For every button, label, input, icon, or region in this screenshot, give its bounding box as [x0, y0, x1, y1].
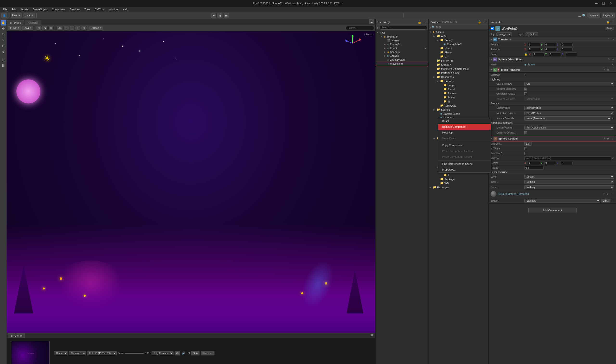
h-item-all[interactable]: ▼ ≡ All — [376, 31, 428, 35]
scene-view-toggle[interactable]: ⊡ — [81, 26, 86, 31]
rotation-y-input[interactable] — [544, 48, 556, 51]
inspector-menu-icon[interactable]: ☰ — [612, 20, 614, 24]
inspector-lock-icon[interactable]: 🔒 — [606, 20, 610, 24]
p-item-prefabs[interactable]: ▶ 📁 Prefabs — [429, 79, 488, 83]
scale-y-input[interactable] — [549, 52, 561, 56]
layer-override-select-1[interactable]: Default — [524, 175, 614, 179]
maximize-btn[interactable]: □ — [601, 1, 606, 6]
spherecollider-settings-btn[interactable]: ⚙ — [606, 137, 610, 140]
p-item-wb[interactable]: ▶ 📁 WB — [429, 181, 488, 185]
project-settings-btn[interactable]: ⚙ — [439, 26, 441, 29]
step-button[interactable]: ⏭ — [223, 13, 229, 18]
scene-menu-btn[interactable]: ☰ — [369, 19, 374, 24]
gizmos-game-btn[interactable]: Gizmos ▼ — [201, 351, 215, 356]
p-item-enemy01ac[interactable]: ▶ ◉ Enemy01AC — [429, 42, 488, 46]
tool-scale[interactable]: ⤡ — [1, 38, 6, 43]
rotation-x-input[interactable] — [528, 48, 540, 51]
position-y-input[interactable] — [544, 43, 556, 46]
anchor-override-select[interactable]: None (Transform) — [524, 117, 611, 120]
menu-assets[interactable]: Assets — [19, 7, 30, 11]
edit-collider-btn[interactable]: Edit — [524, 142, 532, 145]
local-btn[interactable]: Local ▼ — [23, 13, 35, 18]
include-layers-select[interactable]: Nothing — [524, 180, 614, 184]
p-item-players[interactable]: ▶ 📁 Players — [429, 91, 488, 95]
position-z-input[interactable] — [561, 43, 573, 46]
sc-material-field[interactable]: None (Physics Material) — [524, 156, 611, 160]
stats-btn[interactable]: Stats — [191, 351, 200, 356]
radius-input[interactable] — [524, 166, 544, 169]
tool-rect[interactable]: ⊡ — [1, 43, 6, 49]
material-settings-btn[interactable]: ⚙ — [606, 193, 610, 195]
p-item-enemy[interactable]: ▶ 📁 Enemy — [429, 38, 488, 42]
tool-transform[interactable]: ⊕ — [1, 49, 6, 54]
ctx-reset[interactable]: Reset — [488, 118, 491, 124]
tool-rotate[interactable]: ↻ — [1, 32, 6, 37]
menu-file[interactable]: File — [1, 7, 9, 11]
position-x-input[interactable] — [528, 43, 540, 46]
h-item-scene02[interactable]: ▼ ◉ Scene02* — [376, 35, 428, 39]
contribute-global-checkbox[interactable] — [524, 92, 527, 95]
meshrenderer-menu-btn[interactable]: ⋮ — [611, 68, 615, 71]
play-button[interactable]: ▶ — [211, 13, 217, 18]
p-item-assets[interactable]: ▼ ▶ Assets — [429, 30, 488, 34]
ctx-properties[interactable]: Properties... — [488, 167, 491, 172]
shader-edit-btn[interactable]: Edit... — [601, 198, 611, 203]
hierarchy-menu-icon[interactable]: ☰ — [423, 20, 426, 24]
p-item-infinitypbr[interactable]: ▶ 📁 InfinityPBR — [429, 58, 488, 63]
tab-game[interactable]: ◉ Game — [8, 333, 25, 338]
p-item-samplescene[interactable]: ▶ ◉ SampleScene — [429, 112, 488, 116]
spherecollider-help-btn[interactable]: ? — [603, 137, 605, 140]
menu-gameobject[interactable]: GameObject — [31, 7, 50, 11]
grid-vis-btn[interactable]: ⊞ — [36, 26, 41, 31]
local-scene-btn[interactable]: Local ▼ — [22, 26, 33, 31]
audio-btn[interactable]: ♪ — [70, 26, 74, 31]
transform-help-btn[interactable]: ? — [607, 38, 610, 41]
ctx-copy-component[interactable]: Copy Component — [488, 143, 491, 148]
menu-cmcmd[interactable]: CMCmd — [93, 7, 106, 11]
spherecollider-menu-btn[interactable]: ⋮ — [610, 137, 614, 140]
center-z-input[interactable] — [561, 161, 573, 165]
scale-slider[interactable] — [125, 353, 144, 354]
cast-shadows-select[interactable]: On — [524, 82, 614, 86]
p-item-packages[interactable]: ▶ 📁 Packages — [429, 185, 488, 189]
layout-btn[interactable]: Layout ▼ — [602, 13, 615, 18]
project-search-btn[interactable]: 🔍 — [432, 26, 435, 29]
ctx-move-up[interactable]: Move Up — [488, 130, 491, 135]
provides-contacts-checkbox[interactable] — [524, 152, 527, 155]
tag-dropdown[interactable]: Untagged ▼ — [497, 32, 512, 36]
motion-vectors-select[interactable]: Per Object Motion — [524, 126, 614, 130]
meshfilter-settings-btn[interactable]: ⚙ — [611, 58, 615, 61]
pivot-scene-btn[interactable]: ⊕ Pivot ▼ — [8, 26, 21, 31]
p-item-ts[interactable]: ▶ 📁 Ts — [429, 99, 488, 104]
ctx-find-references[interactable]: Find References In Scene — [488, 161, 491, 167]
project-more-icon[interactable]: ☰ — [484, 20, 486, 24]
render-mode-btn[interactable]: ◑ — [42, 26, 48, 31]
p-item-package[interactable]: ▶ 📁 Package — [429, 177, 488, 181]
close-btn[interactable]: ✕ — [608, 1, 614, 6]
reflection-probes-select[interactable]: Blend Probes — [524, 111, 614, 115]
anchor-target-btn[interactable]: ⊙ — [612, 117, 614, 120]
p-item-monsters[interactable]: ▶ 📁 Monsters Ultimate Pack — [429, 67, 488, 71]
dynamic-occlusion-checkbox[interactable]: ✓ — [524, 131, 527, 134]
scene-search-input[interactable] — [346, 26, 374, 30]
game-resolution-select[interactable]: Full HD (1920x1080) — [87, 351, 117, 355]
pause-button[interactable]: ⏸ — [217, 13, 223, 18]
center-x-input[interactable] — [528, 161, 540, 165]
p-item-kriptofx[interactable]: ▶ 📁 KriptoFX — [429, 63, 488, 67]
pivot-btn[interactable]: Pivot ▼ — [10, 13, 22, 18]
menu-window[interactable]: Window — [107, 7, 120, 11]
project-refresh-btn[interactable]: ↻ — [436, 26, 438, 29]
fx-btn[interactable]: ✦ — [75, 26, 80, 31]
receive-shadows-checkbox[interactable]: ✓ — [524, 88, 527, 91]
p-item-ui[interactable]: ▶ 📁 UI — [429, 54, 488, 58]
p-item-acs[interactable]: ▶ 📁 ACs — [429, 34, 488, 38]
meshfilter-component-header[interactable]: ▼ ⊞ Sphere (Mesh Filter) ? ⚙ — [489, 57, 616, 62]
tool-custom1[interactable]: ⊘ — [1, 57, 6, 63]
layers-btn[interactable]: Layers ▼ — [587, 13, 601, 18]
h-item-camera[interactable]: ▶ 🎬 camera — [376, 39, 428, 42]
mesh-select-btn[interactable]: ⊙ — [612, 63, 614, 66]
sc-material-target[interactable]: ⊙ — [612, 157, 614, 159]
meshfilter-help-btn[interactable]: ? — [607, 58, 610, 61]
menu-services[interactable]: Services — [68, 7, 82, 11]
object-active-checkbox[interactable] — [491, 27, 494, 30]
